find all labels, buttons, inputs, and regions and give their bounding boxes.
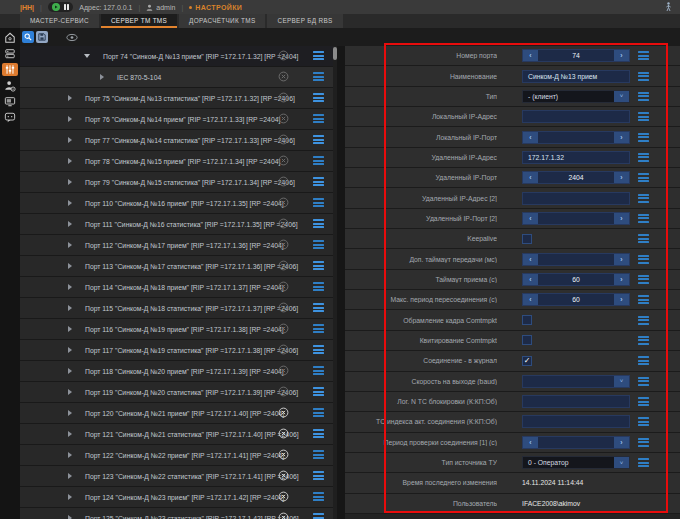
chevron-right-icon[interactable] (68, 347, 72, 353)
select-input[interactable]: ˅ (522, 375, 630, 388)
remove-circle-icon[interactable] (278, 134, 289, 145)
menu-icon[interactable] (313, 429, 324, 438)
chevron-right-icon[interactable] (68, 95, 72, 101)
user-gear-icon[interactable] (2, 79, 18, 92)
remove-circle-icon[interactable] (278, 344, 289, 355)
stepper-increment-icon[interactable]: › (614, 172, 629, 183)
remove-circle-icon[interactable] (278, 470, 289, 481)
stepper-decrement-icon[interactable]: ‹ (523, 172, 538, 183)
menu-icon[interactable] (638, 397, 649, 406)
chevron-down-icon[interactable]: ˅ (614, 376, 629, 387)
menu-icon[interactable] (313, 156, 324, 165)
chevron-right-icon[interactable] (68, 221, 72, 227)
remove-circle-icon[interactable] (278, 260, 289, 271)
tree-row[interactable]: Порт 120 "Синком-Д №21 прием" [RIP =172.… (20, 403, 333, 424)
remove-circle-icon[interactable] (278, 302, 289, 313)
menu-icon[interactable] (638, 194, 649, 203)
walking-person-icon[interactable] (665, 2, 672, 12)
menu-icon[interactable] (313, 303, 324, 312)
user-menu[interactable]: admin (146, 4, 175, 11)
tree-row[interactable]: Порт 74 "Синком-Д №13 прием" [RIP =172.1… (20, 46, 333, 67)
chevron-right-icon[interactable] (68, 515, 72, 519)
chevron-right-icon[interactable] (100, 74, 104, 80)
menu-icon[interactable] (638, 133, 649, 142)
chevron-right-icon[interactable] (68, 452, 72, 458)
chevron-right-icon[interactable] (68, 473, 72, 479)
server-icon[interactable] (2, 47, 18, 60)
menu-icon[interactable] (638, 336, 649, 345)
text-input[interactable] (522, 395, 630, 408)
text-input[interactable] (522, 415, 630, 428)
menu-icon[interactable] (638, 438, 649, 447)
menu-icon[interactable] (638, 72, 649, 81)
tree-row[interactable]: Порт 122 "Синком-Д №22 прием" [RIP =172.… (20, 445, 333, 466)
stepper-input[interactable]: ‹60› (522, 273, 630, 286)
remove-circle-icon[interactable] (278, 281, 289, 292)
tree-row[interactable]: Порт 111 "Синком-Д №16 статистика" [RIP … (20, 214, 333, 235)
menu-icon[interactable] (313, 408, 324, 417)
menu-icon[interactable] (638, 112, 649, 121)
remove-circle-icon[interactable] (278, 239, 289, 250)
chevron-right-icon[interactable] (68, 368, 72, 374)
text-input[interactable]: 172.17.1.32 (522, 151, 630, 164)
stepper-decrement-icon[interactable]: ‹ (523, 294, 538, 305)
tree-row[interactable]: Порт 77 "Синком-Д №14 статистика" [RIP =… (20, 130, 333, 151)
menu-icon[interactable] (638, 173, 649, 182)
chevron-right-icon[interactable] (68, 116, 72, 122)
tree-row[interactable]: Порт 113 "Синком-Д №17 статистика" [RIP … (20, 256, 333, 277)
chevron-right-icon[interactable] (68, 242, 72, 248)
menu-icon[interactable] (313, 513, 324, 519)
tree-row[interactable]: Порт 79 "Синком-Д №15 статистика" [RIP =… (20, 172, 333, 193)
checkbox[interactable] (522, 315, 532, 325)
remove-circle-icon[interactable] (278, 428, 289, 439)
chevron-right-icon[interactable] (68, 284, 72, 290)
menu-icon[interactable] (313, 345, 324, 354)
tab-3[interactable]: СЕРВЕР БД RBS (267, 14, 342, 28)
stepper-increment-icon[interactable]: › (614, 50, 629, 61)
stepper-increment-icon[interactable]: › (614, 437, 629, 448)
stepper-increment-icon[interactable]: › (614, 132, 629, 143)
tree-row[interactable]: Порт 123 "Синком-Д №22 статистика" [RIP … (20, 466, 333, 487)
tree-row[interactable]: Порт 119 "Синком-Д №20 статистика" [RIP … (20, 382, 333, 403)
stepper-input[interactable]: ‹60› (522, 293, 630, 306)
tree-row[interactable]: Порт 76 "Синком-Д №14 прием" [RIP =172.1… (20, 109, 333, 130)
menu-icon[interactable] (638, 356, 649, 365)
menu-icon[interactable] (313, 471, 324, 480)
tab-1[interactable]: СЕРВЕР ТМ TMS (101, 14, 177, 28)
select-input[interactable]: - (клиент)˅ (522, 90, 630, 103)
home-icon[interactable] (2, 31, 18, 44)
chevron-right-icon[interactable] (68, 179, 72, 185)
remove-circle-icon[interactable] (278, 197, 289, 208)
remove-circle-icon[interactable] (278, 176, 289, 187)
chevron-right-icon[interactable] (68, 263, 72, 269)
tree-row[interactable]: Порт 117 "Синком-Д №19 статистика" [RIP … (20, 340, 333, 361)
tree-scrollbar[interactable] (333, 46, 337, 519)
eye-icon[interactable] (66, 31, 78, 43)
menu-icon[interactable] (313, 51, 324, 60)
tree-row[interactable]: Порт 118 "Синком-Д №20 прием" [RIP =172.… (20, 361, 333, 382)
text-input[interactable] (522, 110, 630, 123)
tree-row[interactable]: Порт 115 "Синком-Д №18 статистика" [RIP … (20, 298, 333, 319)
stepper-decrement-icon[interactable]: ‹ (523, 254, 538, 265)
menu-icon[interactable] (313, 135, 324, 144)
monitor-icon[interactable] (2, 95, 18, 108)
menu-icon[interactable] (313, 93, 324, 102)
remove-circle-icon[interactable] (278, 92, 289, 103)
remove-circle-icon[interactable] (278, 50, 289, 61)
chevron-right-icon[interactable] (68, 431, 72, 437)
chevron-down-icon[interactable] (84, 54, 90, 58)
chevron-down-icon[interactable]: ˅ (614, 457, 629, 468)
pause-icon[interactable] (64, 4, 70, 10)
remove-circle-icon[interactable] (278, 386, 289, 397)
tree-row[interactable]: Порт 114 "Синком-Д №18 прием" [RIP =172.… (20, 277, 333, 298)
chevron-right-icon[interactable] (68, 494, 72, 500)
chevron-right-icon[interactable] (68, 305, 72, 311)
remove-circle-icon[interactable] (278, 218, 289, 229)
menu-icon[interactable] (313, 492, 324, 501)
remove-circle-icon[interactable] (278, 449, 289, 460)
text-input[interactable] (522, 192, 630, 205)
stepper-input[interactable]: ‹› (522, 436, 630, 449)
menu-icon[interactable] (638, 214, 649, 223)
menu-icon[interactable] (313, 72, 324, 81)
scrollbar-thumb[interactable] (333, 47, 337, 60)
